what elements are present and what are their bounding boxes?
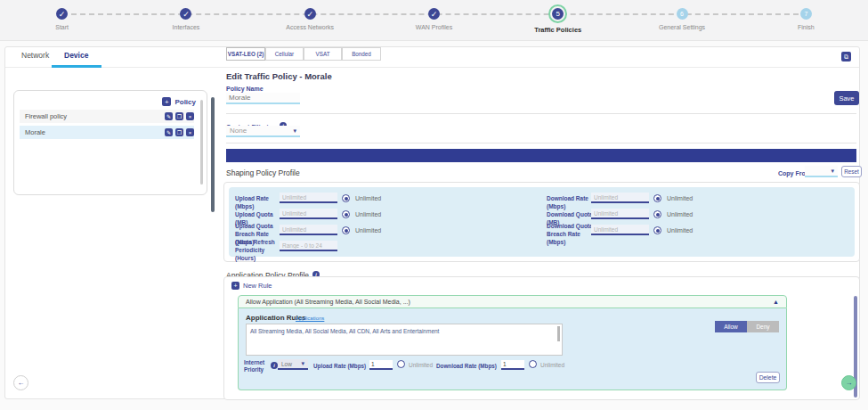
upload-rate-unlimited-radio[interactable] [342, 194, 350, 202]
expand-icon[interactable]: ⧉ [841, 52, 851, 62]
reset-button[interactable]: Reset [841, 166, 862, 177]
step-interfaces[interactable]: ✓ Interfaces [124, 0, 247, 40]
active-tab-underline [52, 65, 101, 68]
policy-name: Firewall policy [25, 112, 67, 120]
delete-icon[interactable]: × [186, 112, 194, 120]
unlimited-label: Unlimited [355, 195, 381, 201]
tab-device[interactable]: Device [64, 51, 88, 60]
step-label: Traffic Policies [534, 26, 581, 34]
policy-row-firewall[interactable]: Firewall policy ✎ ❐ × [20, 110, 194, 123]
rule-upload-unlimited-radio[interactable] [397, 360, 405, 368]
unlimited-label: Unlimited [355, 227, 381, 234]
add-policy-button[interactable]: + Policy [162, 97, 196, 106]
download-quota-input[interactable] [591, 209, 649, 219]
step-finish[interactable]: 7 Finish [744, 0, 868, 40]
chevron-down-icon: ▾ [301, 360, 304, 367]
upload-rate-input[interactable] [280, 193, 337, 203]
chevron-down-icon: ▾ [831, 168, 834, 175]
rule-upload-rate-input[interactable] [369, 360, 393, 370]
main-content-card: Network Device ⧉ + Policy Firewall polic… [4, 46, 860, 399]
step-access-networks[interactable]: ✓ Access Networks [248, 0, 372, 40]
step-label: General Settings [659, 24, 705, 30]
traffic-policy-wizard-page: ✓ Start ✓ Interfaces ✓ Access Networks ✓… [0, 0, 868, 410]
shaping-profile-container: Upload Rate (Mbps) Unlimited Upload Quot… [223, 182, 860, 262]
editor-scrollbar[interactable] [211, 97, 215, 212]
check-icon: ✓ [180, 8, 191, 20]
rule-body: Application Rules Applications All Strea… [238, 308, 787, 390]
policy-row-morale-selected[interactable]: Morale ✎ ❐ × [20, 126, 194, 139]
upload-quota-unlimited-radio[interactable] [342, 210, 350, 218]
policy-name-input[interactable] [226, 93, 300, 104]
plus-icon: + [162, 97, 171, 106]
step-start[interactable]: ✓ Start [0, 0, 124, 40]
applications-link[interactable]: Applications [296, 316, 324, 321]
delete-rule-button[interactable]: Delete [756, 372, 780, 383]
duplicate-icon[interactable]: ❐ [175, 112, 183, 120]
download-breach-unlimited-radio[interactable] [653, 226, 661, 234]
new-rule-button[interactable]: + New Rule [231, 282, 272, 290]
step-general-settings[interactable]: 6 General Settings [620, 0, 743, 40]
delete-icon[interactable]: × [186, 128, 194, 136]
step-number: 6 [677, 8, 688, 20]
rule-applications-text: All Streaming Media, All Social Media, A… [250, 328, 439, 334]
edit-icon[interactable]: ✎ [165, 128, 173, 136]
step-traffic-policies-active[interactable]: 5 Traffic Policies [496, 0, 620, 40]
upload-breach-rate-input[interactable] [280, 225, 337, 235]
rule-upload-rate-label: Upload Rate (Mbps) [313, 363, 366, 370]
next-arrow-icon: → [846, 379, 853, 387]
download-breach-rate-label: Download Quota Breach Rate (Mbps) [547, 223, 595, 246]
tab-vsat[interactable]: VSAT [304, 47, 342, 61]
textarea-scrollbar[interactable] [557, 326, 560, 341]
upload-quota-input[interactable] [280, 209, 337, 219]
policy-name: Morale [25, 128, 45, 136]
step-label: Finish [798, 24, 815, 30]
rule-download-unlimited-radio[interactable] [529, 360, 537, 368]
priority-select[interactable]: Low ▾ [278, 359, 308, 370]
new-rule-label: New Rule [243, 282, 272, 290]
rule-download-rate-label: Download Rate (Mbps) [436, 363, 497, 370]
add-policy-label: Policy [174, 98, 196, 106]
download-quota-unlimited-radio[interactable] [653, 210, 661, 218]
rule-header[interactable]: Allow Application (All Streaming Media, … [238, 295, 787, 308]
deny-toggle-button[interactable]: Deny [747, 321, 779, 332]
step-wan-profiles[interactable]: ✓ WAN Profiles [372, 0, 496, 40]
step-number: 7 [800, 8, 812, 20]
back-button[interactable]: ← [13, 375, 28, 390]
priority-value: Low [281, 361, 292, 367]
save-button[interactable]: Save [834, 91, 859, 105]
policy-panel-scrollbar[interactable] [200, 100, 203, 184]
unlimited-label: Unlimited [355, 211, 381, 217]
allow-toggle-button[interactable]: Allow [715, 321, 747, 332]
page-title: Edit Traffic Policy - Morale [226, 71, 332, 81]
collapse-icon[interactable]: ▲ [773, 299, 779, 305]
upload-breach-unlimited-radio[interactable] [342, 226, 350, 234]
content-filtering-value: None [230, 127, 247, 135]
quota-refresh-input[interactable] [280, 241, 337, 251]
rule-download-rate-input[interactable] [501, 360, 524, 370]
rule-applications-textarea[interactable]: All Streaming Media, All Social Media, A… [246, 324, 563, 356]
content-filtering-select[interactable]: None ▾ [226, 126, 300, 137]
step-label: Start [55, 24, 69, 30]
download-rate-input[interactable] [591, 193, 649, 203]
divider [226, 143, 856, 144]
tab-bonded[interactable]: Bonded [342, 47, 381, 61]
back-arrow-icon: ← [18, 379, 25, 387]
wan-type-tabbar [226, 149, 856, 162]
check-icon: ✓ [304, 8, 316, 20]
info-icon[interactable]: i [271, 362, 278, 369]
duplicate-icon[interactable]: ❐ [175, 128, 183, 136]
edit-icon[interactable]: ✎ [165, 112, 173, 120]
application-rules-container: + New Rule Allow Application (All Stream… [223, 276, 860, 400]
rule-card: Allow Application (All Streaming Media, … [238, 295, 787, 390]
copy-from-select[interactable]: ▾ [805, 166, 838, 177]
download-rate-unlimited-radio[interactable] [653, 194, 661, 202]
tab-vsat-leo[interactable]: VSAT-LEO (2) [226, 47, 265, 61]
download-breach-rate-input[interactable] [591, 225, 649, 235]
step-label: Interfaces [173, 24, 200, 30]
divider [226, 113, 856, 114]
tab-network[interactable]: Network [21, 51, 49, 60]
step-label: Access Networks [286, 24, 334, 30]
tab-cellular[interactable]: Cellular [265, 47, 304, 61]
policy-name-label: Policy Name [226, 86, 264, 92]
next-button[interactable]: → [841, 375, 856, 390]
